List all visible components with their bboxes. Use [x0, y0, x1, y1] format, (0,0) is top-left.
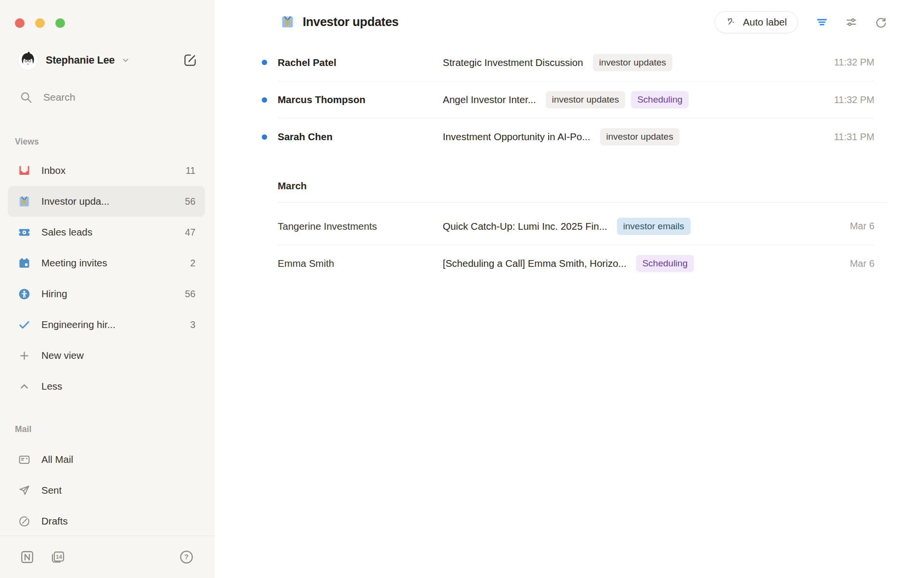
email-sender: Tangerine Investments: [278, 221, 443, 232]
email-row[interactable]: Emma Smith [Scheduling a Call] Emma Smit…: [278, 245, 874, 282]
sidebar-footer: 14 ?: [0, 536, 215, 578]
email-list: Rachel Patel Strategic Investment Discus…: [215, 44, 924, 282]
auto-label-icon: [726, 16, 738, 28]
nav-item-label: New view: [41, 350, 84, 361]
nav-item-label: Inbox: [41, 165, 65, 176]
nav-item-label: Drafts: [41, 515, 68, 527]
hiring-icon: [18, 288, 31, 301]
tag-investor-emails[interactable]: investor emails: [617, 218, 691, 235]
nav-item-label: Hiring: [41, 288, 67, 300]
sidebar-nav-item[interactable]: Meeting invites 2: [8, 248, 205, 278]
sidebar-nav-item[interactable]: Investor upda... 56: [8, 186, 205, 217]
email-row[interactable]: Rachel Patel Strategic Investment Discus…: [278, 44, 874, 81]
svg-text:14: 14: [56, 554, 62, 560]
email-time: 11:32 PM: [824, 57, 874, 68]
nav-item-label: Investor upda...: [41, 196, 109, 207]
plus-icon: [18, 349, 31, 362]
march-section: March Tangerine Investments Quick Catch-…: [278, 180, 874, 282]
refresh-button[interactable]: [871, 13, 890, 32]
refresh-icon: [874, 16, 887, 28]
date-group-header: March: [278, 180, 874, 192]
sliders-icon: [845, 16, 858, 28]
tag-investor-updates[interactable]: investor updates: [600, 128, 680, 145]
sidebar-nav-item[interactable]: Sales leads 47: [8, 217, 205, 248]
section-divider: [278, 202, 887, 203]
page-title: Investor updates: [303, 15, 398, 29]
window-controls: [15, 18, 65, 28]
sidebar-nav-item[interactable]: Hiring 56: [8, 278, 205, 309]
sidebar-nav-item[interactable]: All Mail: [8, 444, 205, 475]
views-section-label: Views: [15, 137, 39, 147]
tag-investor-updates[interactable]: investor updates: [546, 91, 625, 108]
email-subject: [Scheduling a Call] Emma Smith, Horizo..…: [443, 258, 627, 269]
drafts-icon: [18, 515, 31, 528]
email-row[interactable]: Marcus Thompson Angel Investor Inter... …: [278, 81, 874, 118]
sidebar-nav-item[interactable]: Engineering hir... 3: [8, 309, 205, 340]
sidebar-nav-item[interactable]: Inbox 11: [8, 155, 205, 186]
nav-item-label: All Mail: [41, 454, 73, 465]
search-input[interactable]: Search: [19, 91, 76, 104]
search-placeholder: Search: [43, 92, 76, 103]
help-icon[interactable]: ?: [179, 549, 194, 565]
nav-item-label: Engineering hir...: [41, 319, 116, 330]
main-content: Investor updates Auto label Rachel Patel…: [215, 0, 924, 578]
calendar-app-icon[interactable]: 14: [50, 549, 66, 565]
close-window-button[interactable]: [15, 18, 25, 28]
unread-indicator: [262, 60, 267, 65]
all-mail-icon: [18, 453, 31, 466]
email-time: 11:32 PM: [824, 94, 874, 105]
email-sender: Rachel Patel: [278, 57, 443, 68]
email-subject: Investment Opportunity in AI-Po...: [443, 131, 590, 143]
email-sender: Emma Smith: [278, 258, 443, 269]
email-tags: investor updates: [593, 54, 672, 71]
tag-scheduling[interactable]: Scheduling: [636, 255, 694, 272]
nav-item-count: 56: [185, 196, 195, 207]
svg-text:?: ?: [184, 553, 189, 561]
account-switcher[interactable]: Stephanie Lee: [18, 50, 200, 70]
minimize-window-button[interactable]: [35, 18, 45, 28]
sidebar-nav-item[interactable]: Drafts: [8, 506, 205, 537]
chevron-up-icon: [18, 380, 31, 393]
filter-icon: [816, 16, 828, 28]
sidebar-nav-item[interactable]: Less: [8, 371, 205, 402]
display-settings-button[interactable]: [842, 13, 861, 32]
necktie-icon: [18, 195, 31, 208]
email-time: Mar 6: [840, 258, 874, 269]
email-subject: Angel Investor Inter...: [443, 94, 536, 105]
email-row[interactable]: Sarah Chen Investment Opportunity in AI-…: [278, 118, 874, 155]
auto-label-button[interactable]: Auto label: [715, 11, 798, 33]
sidebar: Stephanie Lee Search Views Inbox 11 Inve…: [0, 0, 215, 578]
nav-item-count: 2: [190, 258, 195, 269]
auto-label-text: Auto label: [743, 16, 787, 28]
tag-investor-updates[interactable]: investor updates: [593, 54, 672, 71]
email-time: 11:31 PM: [824, 131, 874, 143]
nav-item-label: Meeting invites: [41, 257, 107, 269]
sidebar-nav-item[interactable]: Sent: [8, 475, 205, 506]
unread-indicator: [262, 134, 267, 140]
nav-item-count: 47: [185, 227, 195, 238]
check-icon: [18, 318, 31, 331]
view-header: Investor updates Auto label: [215, 0, 924, 44]
views-nav: Inbox 11 Investor upda... 56 Sales leads…: [8, 155, 205, 402]
compose-button[interactable]: [183, 53, 197, 67]
account-name: Stephanie Lee: [46, 54, 115, 66]
email-row[interactable]: Tangerine Investments Quick Catch-Up: Lu…: [278, 208, 874, 245]
search-icon: [19, 91, 33, 104]
nav-item-label: Less: [41, 381, 62, 392]
nav-item-count: 56: [185, 289, 195, 300]
inbox-icon: [18, 164, 31, 177]
zoom-window-button[interactable]: [55, 18, 65, 28]
mail-nav: All Mail Sent Drafts: [8, 444, 205, 537]
email-subject: Strategic Investment Discussion: [443, 57, 583, 68]
notion-app-icon[interactable]: [19, 549, 35, 565]
email-tags: investor emails: [617, 218, 691, 235]
email-sender: Sarah Chen: [278, 131, 443, 143]
chevron-down-icon: [121, 55, 130, 65]
necktie-emoji-icon: [280, 14, 295, 29]
filter-button[interactable]: [812, 13, 832, 32]
sidebar-nav-item[interactable]: New view: [8, 340, 205, 371]
tag-scheduling[interactable]: Scheduling: [631, 91, 689, 108]
nav-item-count: 11: [186, 165, 195, 176]
email-time: Mar 6: [840, 221, 874, 232]
nav-item-label: Sent: [41, 485, 62, 496]
